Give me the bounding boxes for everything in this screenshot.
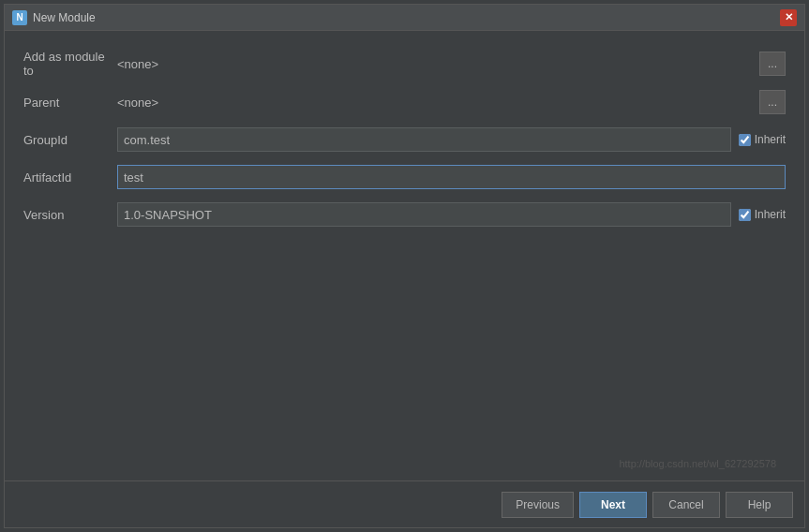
dialog-footer: Previous Next Cancel Help — [5, 480, 804, 527]
dialog-window: N New Module ✕ Add as module to <none> .… — [4, 4, 805, 528]
group-id-inherit-label: Inherit — [739, 133, 786, 146]
version-label: Version — [23, 208, 117, 222]
add-module-row: Add as module to <none> ... — [23, 50, 786, 78]
parent-row: Parent <none> ... — [23, 89, 786, 115]
watermark: http://blog.csdn.net/wl_627292578 — [23, 456, 786, 471]
help-button[interactable]: Help — [726, 492, 793, 518]
version-row: Version Inherit — [23, 201, 786, 228]
artifact-id-input[interactable] — [117, 165, 786, 189]
next-button[interactable]: Next — [579, 492, 647, 518]
close-button[interactable]: ✕ — [780, 9, 797, 26]
group-id-input[interactable] — [117, 127, 731, 152]
group-id-inherit-text: Inherit — [755, 133, 786, 146]
parent-label: Parent — [23, 96, 117, 110]
add-module-field-container: <none> — [117, 57, 754, 71]
title-bar: N New Module ✕ — [5, 5, 804, 31]
content-spacer — [23, 239, 786, 456]
version-inherit-text: Inherit — [755, 208, 786, 221]
group-id-row: GroupId Inherit — [23, 126, 786, 153]
cancel-button[interactable]: Cancel — [652, 492, 720, 518]
group-id-inherit-checkbox[interactable] — [739, 134, 751, 146]
parent-browse-button[interactable]: ... — [759, 90, 786, 114]
artifact-id-label: ArtifactId — [23, 170, 117, 185]
window-icon-label: N — [16, 12, 22, 22]
dialog-content: Add as module to <none> ... Parent <none… — [5, 31, 804, 480]
version-input[interactable] — [117, 202, 731, 227]
version-inherit-label: Inherit — [739, 208, 786, 221]
parent-field-container: <none> — [117, 96, 754, 110]
parent-value: <none> — [117, 96, 754, 110]
add-module-value: <none> — [117, 57, 754, 71]
title-bar-left: N New Module — [12, 10, 96, 25]
artifact-id-row: ArtifactId — [23, 164, 786, 190]
watermark-text: http://blog.csdn.net/wl_627292578 — [619, 458, 776, 469]
version-inherit-checkbox[interactable] — [739, 209, 751, 221]
window-icon: N — [12, 10, 27, 25]
previous-button[interactable]: Previous — [502, 492, 574, 518]
window-title: New Module — [33, 11, 96, 24]
group-id-label: GroupId — [23, 133, 117, 147]
add-module-label: Add as module to — [23, 50, 117, 78]
add-module-browse-button[interactable]: ... — [759, 52, 786, 76]
